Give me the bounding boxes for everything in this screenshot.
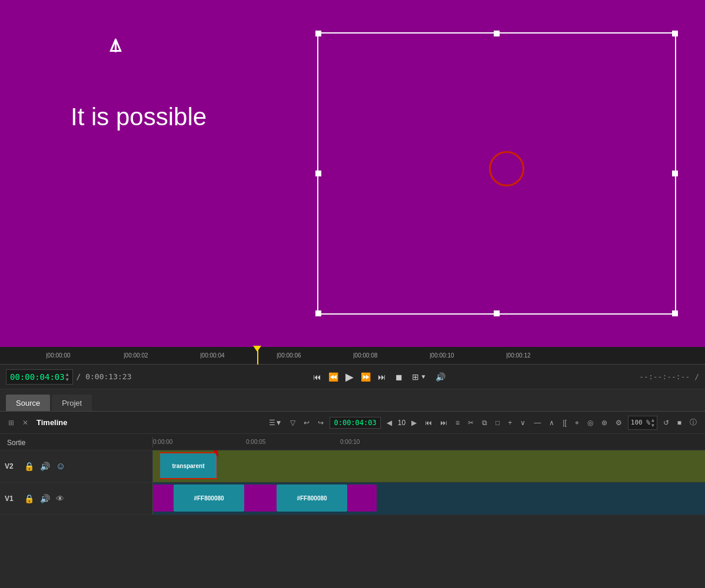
timeline-timecode[interactable]: 0:00:04:03: [330, 417, 380, 429]
handle-tr[interactable]: [672, 31, 678, 36]
marker-button[interactable]: ◼: [393, 370, 405, 383]
track-v2-lock[interactable]: 🔒: [23, 460, 35, 472]
tl-step-back-btn[interactable]: ◀: [384, 417, 394, 428]
handle-bm[interactable]: [494, 310, 500, 316]
track-v2-smile[interactable]: ☺: [55, 460, 66, 473]
clip-transparent[interactable]: transparent: [159, 452, 218, 479]
track-v1-content[interactable]: #FF800080 #FF800080: [153, 483, 705, 514]
time-ruler: |00:00:00 |00:00:02 |00:00:04 |00:00:06 …: [0, 347, 705, 365]
skip-back-button[interactable]: ⏮: [310, 370, 324, 383]
tl-align-btn[interactable]: ≡: [453, 417, 462, 428]
timecode-value: 00:00:04:03: [10, 372, 65, 382]
track-v2-header: V2 🔒 🔊 ☺: [0, 450, 153, 482]
tl-chevron-btn[interactable]: ∨: [518, 417, 528, 428]
tl-redo-btn[interactable]: ↪: [315, 417, 326, 428]
track-v2-audio[interactable]: 🔊: [39, 460, 51, 472]
tl-filter-btn[interactable]: ▽: [288, 417, 298, 428]
tl-view-btn[interactable]: ◎: [585, 417, 596, 428]
track-v1-header: V1 🔒 🔊 👁: [0, 483, 153, 514]
handle-mr[interactable]: [672, 171, 678, 176]
preview-text: It is possible: [71, 103, 207, 131]
play-button[interactable]: ▶: [342, 369, 357, 385]
tracks-container: V2 🔒 🔊 ☺ transparent: [0, 450, 705, 588]
track-v1-audio[interactable]: 🔊: [39, 493, 51, 505]
ruler-mark-2: |00:00:02: [124, 352, 148, 359]
timeline-section: |00:00:00 |00:00:02 |00:00:04 |00:00:06 …: [0, 347, 705, 588]
zoom-value: 100 %: [631, 419, 650, 426]
ruler-mark-6: |00:00:06: [277, 352, 301, 359]
clip-transparent-label: transparent: [172, 463, 204, 469]
handle-br[interactable]: [672, 310, 678, 316]
tl-gear-btn[interactable]: ⚙: [613, 417, 624, 428]
rewind-button[interactable]: ⏪: [325, 370, 341, 383]
clip-v1-teal2[interactable]: #FF800080: [277, 485, 347, 512]
tl-ripple-btn[interactable]: —: [531, 417, 543, 428]
left-preview-panel: ⍋ It is possible: [0, 0, 288, 347]
tl-waveform-btn[interactable]: ∧: [547, 417, 557, 428]
tl-circle2-btn[interactable]: ⊛: [599, 417, 610, 428]
tl-undo2-btn[interactable]: ↺: [661, 417, 671, 428]
track-v1-eye[interactable]: 👁: [55, 493, 65, 505]
ruler-mark-4: |00:00:04: [200, 352, 225, 359]
tl-skip-start-btn[interactable]: ⏮: [423, 417, 434, 428]
timeline-close-button[interactable]: ✕: [20, 417, 31, 428]
tl-step-fwd-btn[interactable]: ▶: [409, 417, 419, 428]
clip-v1-purple-mid[interactable]: [244, 485, 277, 512]
clip-v1-purple-left[interactable]: [153, 485, 174, 512]
fast-forward-button[interactable]: ⏩: [358, 370, 374, 383]
clip-v1-teal2-label: #FF800080: [297, 495, 327, 502]
ruler-mark-8: |00:00:08: [353, 352, 378, 359]
red-circle: [489, 151, 524, 186]
volume-button[interactable]: 🔊: [433, 370, 448, 383]
clip-v1-purple-right[interactable]: [347, 485, 377, 512]
tl-menu-btn[interactable]: ☰▼: [267, 417, 285, 428]
tl-step-value: 10: [398, 419, 405, 427]
timeline-zoom[interactable]: 100 % ▲▼: [628, 416, 657, 430]
track-mark-0: 0:00:00: [153, 439, 172, 445]
sortie-label: Sortie: [7, 439, 25, 447]
preview-icon: ⍋: [109, 32, 122, 57]
timecode-arrows[interactable]: ▲ ▼: [66, 372, 69, 382]
tl-skip-end-btn[interactable]: ⏭: [438, 417, 450, 428]
total-time: / 0:00:13:23: [77, 372, 132, 381]
transport-controls: ⏮ ⏪ ▶ ⏩ ⏭: [310, 369, 389, 385]
grid-button[interactable]: ⊞▼: [409, 370, 429, 383]
tab-source[interactable]: Source: [6, 395, 50, 411]
tl-stop-btn[interactable]: ■: [675, 417, 684, 428]
track-v1-label: V1: [5, 495, 19, 503]
clip-v1-teal1[interactable]: #FF800080: [174, 485, 244, 512]
clip-v1-teal1-label: #FF800080: [194, 495, 224, 502]
selection-box[interactable]: [317, 32, 676, 315]
ruler-mark-12: |00:00:12: [506, 352, 531, 359]
tl-bracket-btn[interactable]: |[: [560, 417, 568, 428]
track-mark-5: 0:00:05: [246, 439, 265, 445]
right-preview-panel: [288, 0, 705, 347]
controls-bar: 00:00:04:03 ▲ ▼ / 0:00:13:23 ⏮ ⏪ ▶ ⏩ ⏭ ◼…: [0, 365, 705, 389]
right-timecode: --:--:--:-- /: [639, 372, 699, 381]
track-v1-lock[interactable]: 🔒: [23, 493, 35, 505]
source-tabs: Source Projet: [0, 389, 705, 412]
skip-forward-button[interactable]: ⏭: [375, 370, 389, 383]
handle-tl[interactable]: [315, 31, 321, 36]
handle-tm[interactable]: [494, 31, 500, 36]
timecode-display[interactable]: 00:00:04:03 ▲ ▼: [6, 369, 73, 385]
handle-bl[interactable]: [315, 310, 321, 316]
tl-undo-btn[interactable]: ↩: [301, 417, 312, 428]
track-v2: V2 🔒 🔊 ☺ transparent: [0, 450, 705, 483]
tl-copy-btn[interactable]: ⧉: [480, 417, 490, 428]
ruler-mark-0: |00:00:00: [46, 352, 71, 359]
track-v2-content[interactable]: transparent: [153, 450, 705, 482]
tl-paste-btn[interactable]: □: [493, 417, 502, 428]
ruler-mark-10: |00:00:10: [430, 352, 454, 359]
preview-area: ⍋ It is possible: [0, 0, 705, 347]
tl-magnet-btn[interactable]: ⌖: [573, 417, 581, 428]
playhead-marker: [257, 347, 258, 365]
track-v2-label: V2: [5, 462, 19, 470]
tl-add-btn[interactable]: +: [506, 417, 514, 428]
handle-ml[interactable]: [315, 171, 321, 176]
tl-scissors-btn[interactable]: ✂: [465, 417, 476, 428]
tl-info-btn[interactable]: ⓘ: [687, 416, 699, 429]
timeline-label: Timeline: [36, 418, 68, 427]
tab-projet[interactable]: Projet: [52, 395, 92, 411]
timeline-detach-button[interactable]: ⊞: [6, 417, 16, 428]
